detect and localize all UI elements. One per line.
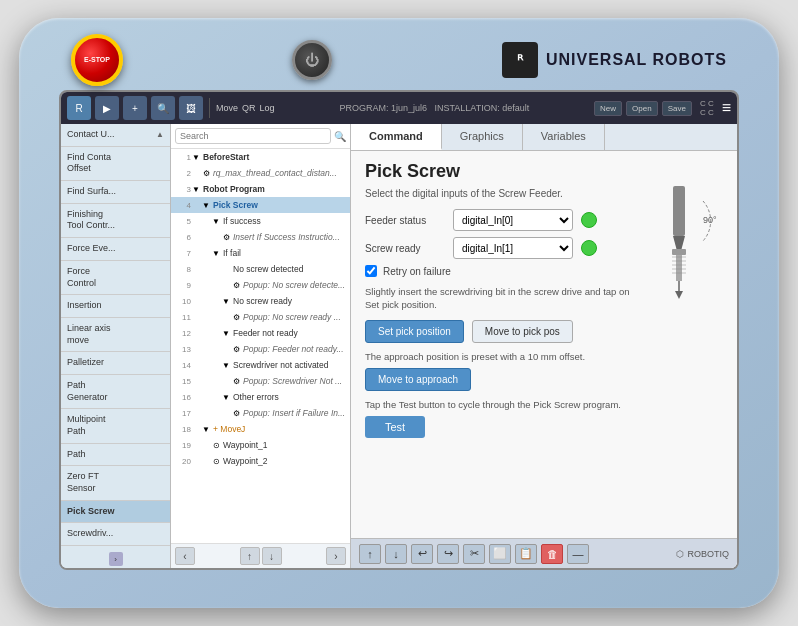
btn-row-1: Set pick position Move to pick pos	[365, 320, 643, 343]
sidebar-item-contact-u[interactable]: Contact U... ▲	[61, 124, 170, 147]
tree-item-icon: ⚙	[231, 408, 241, 418]
set-pick-position-button[interactable]: Set pick position	[365, 320, 464, 343]
tree-row[interactable]: 12 ▼ Feeder not ready	[171, 325, 350, 341]
tab-variables[interactable]: Variables	[523, 124, 605, 150]
tree-row[interactable]: 14 ▼ Screwdriver not activated	[171, 357, 350, 373]
tree-row[interactable]: 10 ▼ No screw ready	[171, 293, 350, 309]
tab-command[interactable]: Command	[351, 124, 442, 150]
tree-row-num: 12	[173, 329, 191, 338]
tree-row[interactable]: 13 ⚙ Popup: Feeder not ready...	[171, 341, 350, 357]
sidebar-item-zero-ft[interactable]: Zero FTSensor	[61, 466, 170, 500]
sidebar-item-palletizer[interactable]: Palletizer	[61, 352, 170, 375]
tree-row[interactable]: 5 ▼ If success	[171, 213, 350, 229]
sidebar-item-finishing-tool[interactable]: FinishingTool Contr...	[61, 204, 170, 238]
toolbar-cut-btn[interactable]: ✂	[463, 544, 485, 564]
toolbar-copy-btn[interactable]: ⬜	[489, 544, 511, 564]
save-btn[interactable]: Save	[662, 101, 692, 116]
installation-value: default	[502, 103, 529, 113]
tree-row-num: 10	[173, 297, 191, 306]
feeder-status-row: Feeder status digital_In[0]	[365, 209, 643, 231]
sidebar-item-force-control[interactable]: ForceControl	[61, 261, 170, 295]
tree-row-text: Insert If Success Instructio...	[233, 232, 348, 242]
tb-icon-r[interactable]: R	[67, 96, 91, 120]
estop-button[interactable]: E-STOP	[71, 34, 123, 86]
tree-row[interactable]: 7 ▼ If fail	[171, 245, 350, 261]
tree-row[interactable]: 1 ▼ BeforeStart	[171, 149, 350, 165]
sidebar-expand-container: ›	[61, 546, 170, 568]
tree-search-input[interactable]	[175, 128, 331, 144]
tree-item-icon: ⚙	[231, 376, 241, 386]
tree-row-num: 18	[173, 425, 191, 434]
sidebar-item-path[interactable]: Path	[61, 444, 170, 467]
tree-row[interactable]: 16 ▼ Other errors	[171, 389, 350, 405]
sidebar-item-linear-axis[interactable]: Linear axismove	[61, 318, 170, 352]
retry-checkbox[interactable]	[365, 265, 377, 277]
tree-row[interactable]: 9 ⚙ Popup: No screw detecte...	[171, 277, 350, 293]
new-btn[interactable]: New	[594, 101, 622, 116]
panel-right-illustration: 90°	[643, 161, 723, 438]
screw-status-dot	[581, 240, 597, 256]
tree-row[interactable]: 11 ⚙ Popup: No screw ready ...	[171, 309, 350, 325]
sidebar-item-path-gen[interactable]: PathGenerator	[61, 375, 170, 409]
tree-row[interactable]: 8 No screw detected	[171, 261, 350, 277]
tb-icon-image[interactable]: 🖼	[179, 96, 203, 120]
tree-row[interactable]: 3 ▼ Robot Program	[171, 181, 350, 197]
move-to-approach-button[interactable]: Move to approach	[365, 368, 471, 391]
toolbar-undo-btn[interactable]: ↩	[411, 544, 433, 564]
feeder-status-dot	[581, 212, 597, 228]
sidebar-item-find-contact-offset[interactable]: Find ContaOffset	[61, 147, 170, 181]
sidebar-item-force-eve[interactable]: Force Eve...	[61, 238, 170, 261]
power-button[interactable]: ⏻	[292, 40, 332, 80]
right-panel: Command Graphics Variables Pick Screw Se…	[351, 124, 737, 568]
tb-icon-play[interactable]: ▶	[95, 96, 119, 120]
screw-select[interactable]: digital_In[1]	[453, 237, 573, 259]
feeder-label: Feeder status	[365, 215, 445, 226]
sidebar-item-label: Contact U...	[67, 129, 115, 141]
svg-marker-2	[673, 236, 685, 251]
sidebar-item-pick-screw[interactable]: Pick Screw	[61, 501, 170, 524]
tree-nav-right[interactable]: ›	[326, 547, 346, 565]
tree-nav-prev[interactable]: ↑	[240, 547, 260, 565]
sidebar-item-find-surface[interactable]: Find Surfa...	[61, 181, 170, 204]
open-btn[interactable]: Open	[626, 101, 658, 116]
tb-icon-search[interactable]: 🔍	[151, 96, 175, 120]
installation-label: INSTALLATION	[434, 103, 497, 113]
robotiq-logo: ⬡ ROBOTIQ	[676, 549, 729, 559]
tree-row[interactable]: 20 ⊙ Waypoint_2	[171, 453, 350, 469]
tree-row[interactable]: 4 ▼ Pick Screw	[171, 197, 350, 213]
tree-row[interactable]: 2 ⚙ rq_max_thread_contact_distan...	[171, 165, 350, 181]
sidebar-item-insertion[interactable]: Insertion	[61, 295, 170, 318]
tree-row[interactable]: 19 ⊙ Waypoint_1	[171, 437, 350, 453]
program-value: 1jun_jul6	[391, 103, 427, 113]
feeder-select[interactable]: digital_In[0]	[453, 209, 573, 231]
tree-row[interactable]: 6 ⚙ Insert If Success Instructio...	[171, 229, 350, 245]
tree-row-text: If success	[223, 216, 348, 226]
tb-hamburger-icon[interactable]: ≡	[722, 99, 731, 117]
tb-label-qr: QR	[242, 103, 256, 113]
tree-row-text: Pick Screw	[213, 200, 348, 210]
toolbar-more-btn[interactable]: —	[567, 544, 589, 564]
svg-rect-3	[676, 251, 682, 281]
tree-panel: 🔍 1 ▼ BeforeStart 2 ⚙ rq_max	[171, 124, 351, 568]
test-button[interactable]: Test	[365, 416, 425, 438]
toolbar-delete-btn[interactable]: 🗑	[541, 544, 563, 564]
sidebar-item-multipoint[interactable]: MultipointPath	[61, 409, 170, 443]
tree-row[interactable]: 17 ⚙ Popup: Insert if Failure In...	[171, 405, 350, 421]
tab-graphics[interactable]: Graphics	[442, 124, 523, 150]
tree-row-text: Popup: No screw detecte...	[243, 280, 348, 290]
toolbar-redo-btn[interactable]: ↪	[437, 544, 459, 564]
sidebar-expand-btn[interactable]: ›	[109, 552, 123, 566]
tree-row-text: If fail	[223, 248, 348, 258]
toolbar-down-btn[interactable]: ↓	[385, 544, 407, 564]
tree-expand-icon: ▼	[221, 296, 231, 306]
tree-row[interactable]: 15 ⚙ Popup: Screwdriver Not ...	[171, 373, 350, 389]
tree-nav-left[interactable]: ‹	[175, 547, 195, 565]
tree-row[interactable]: 18 ▼ + MoveJ	[171, 421, 350, 437]
sidebar-item-screwdriv[interactable]: Screwdriv...	[61, 523, 170, 546]
toolbar-paste-btn[interactable]: 📋	[515, 544, 537, 564]
tb-icon-add[interactable]: +	[123, 96, 147, 120]
move-to-pick-pos-button[interactable]: Move to pick pos	[472, 320, 573, 343]
tree-expand-icon: ▼	[191, 184, 201, 194]
tree-nav-next[interactable]: ↓	[262, 547, 282, 565]
toolbar-up-btn[interactable]: ↑	[359, 544, 381, 564]
